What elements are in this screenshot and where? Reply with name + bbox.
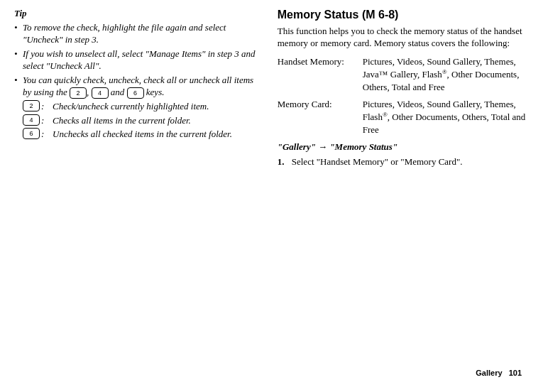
tip3-text-post: keys. [144,87,165,97]
key-definitions: 2 : Check/uncheck currently highlighted … [23,100,256,141]
tip-heading: Tip [14,7,256,20]
key-2-icon: 2 [23,100,40,111]
memory-card-value: Pictures, Videos, Sound Gallery, Themes,… [363,98,535,136]
nav-gallery: "Gallery" [278,141,316,152]
heading-menu-code: (M 6-8) [362,9,399,21]
key-4-icon: 4 [92,87,109,99]
key-6-icon: 6 [127,87,144,99]
tip-item-1: To remove the check, highlight the file … [14,21,256,46]
right-column: Memory Status (M 6-8) This function help… [278,7,535,168]
key-colon: : [41,128,53,141]
memory-status-intro: This function helps you to check the mem… [278,25,535,50]
key-colon: : [41,100,53,113]
key-row-4: 4 : Checks all items in the current fold… [23,114,256,127]
handset-memory-label: Handset Memory: [278,55,363,94]
key-6-icon: 6 [23,128,40,139]
heading-text: Memory Status [278,9,362,21]
tip-item-3: You can quickly check, uncheck, check al… [14,74,256,99]
tip-item-2: If you wish to unselect all, select "Man… [14,48,256,72]
key-2-desc: Check/uncheck currently highlighted item… [53,100,256,113]
tip-list: To remove the check, highlight the file … [14,21,256,99]
tip3-sep1: , [87,87,92,97]
key-2-icon: 2 [70,87,87,99]
step-1: 1. Select "Handset Memory" or "Memory Ca… [278,156,535,168]
handset-memory-value: Pictures, Videos, Sound Gallery, Themes,… [363,55,535,94]
memory-card-row: Memory Card: Pictures, Videos, Sound Gal… [278,98,535,136]
registered-mark-icon: ® [442,68,447,75]
tip3-sep2: and [109,87,127,97]
registered-mark-icon: ® [383,111,388,118]
memory-status-heading: Memory Status (M 6-8) [278,7,535,23]
key-4-desc: Checks all items in the current folder. [53,114,256,127]
key-row-6: 6 : Unchecks all checked items in the cu… [23,128,256,141]
step-number: 1. [278,156,292,168]
key-row-2: 2 : Check/uncheck currently highlighted … [23,100,256,113]
key-6-desc: Unchecks all checked items in the curren… [53,128,256,141]
arrow-icon: → [318,141,327,152]
memory-card-label: Memory Card: [278,98,363,136]
handset-memory-row: Handset Memory: Pictures, Videos, Sound … [278,55,535,94]
key-4-icon: 4 [23,114,40,126]
card-val-post: , Other Documents, Others, Total and Fre… [363,112,526,136]
key-colon: : [41,114,53,127]
nav-memory-status: "Memory Status" [329,141,397,152]
step-text: Select "Handset Memory" or "Memory Card"… [292,156,463,168]
left-column: Tip To remove the check, highlight the f… [14,7,256,168]
navigation-path: "Gallery" → "Memory Status" [278,141,535,153]
